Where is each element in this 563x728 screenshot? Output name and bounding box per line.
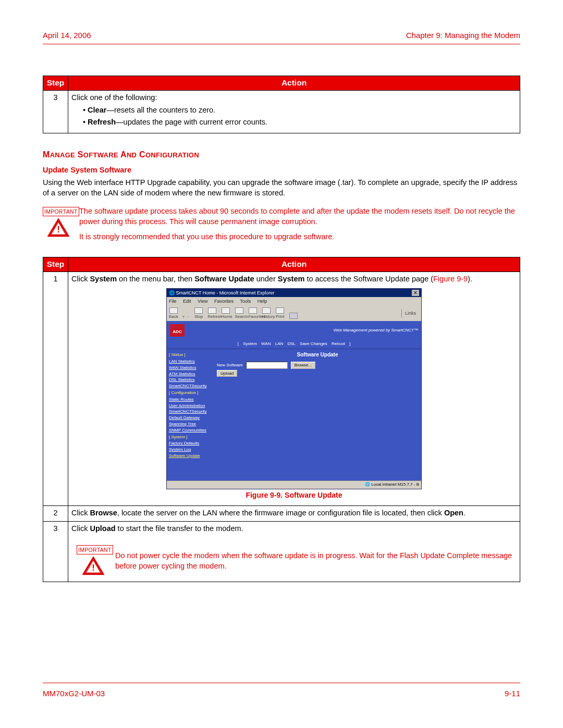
- step-action-cell: Click Upload to start the file transfer …: [68, 522, 520, 582]
- sidebar: [ Status ] LAN Statistics WAN Statistics…: [167, 349, 214, 480]
- step-number: 2: [43, 505, 68, 522]
- sidebar-item-wan-statistics[interactable]: WAN Statistics: [169, 365, 212, 371]
- favorites-button[interactable]: Favorites: [248, 307, 258, 320]
- important-note: IMPORTANT ! The software update process …: [43, 206, 520, 248]
- tool-icon[interactable]: [289, 313, 298, 319]
- sidebar-item-system-log[interactable]: System Log: [169, 447, 212, 453]
- window-title: 🌐 SmartCNCT Home - Microsoft Internet Ex…: [169, 290, 274, 296]
- status-bar: 🌐 Local intranet M15.7.7 - B: [167, 480, 421, 489]
- refresh-button[interactable]: Refresh: [207, 307, 217, 320]
- important-label: IMPORTANT: [77, 545, 113, 554]
- sidebar-item-dsl-statistics[interactable]: DSL Statistics: [169, 377, 212, 383]
- file-input[interactable]: [246, 362, 288, 369]
- menu-favorites[interactable]: Favorites: [214, 299, 234, 304]
- bold-term: System: [90, 275, 117, 283]
- bold-term: Refresh: [88, 118, 116, 126]
- back-button[interactable]: Back: [169, 307, 178, 320]
- menu-edit[interactable]: Edit: [183, 299, 191, 304]
- bracket: ]: [348, 341, 350, 346]
- bold-term: Clear: [88, 106, 106, 114]
- section-heading: MANAGE SOFTWARE AND CONFIGURATION: [43, 149, 520, 161]
- menu-view[interactable]: View: [198, 299, 207, 304]
- stop-button[interactable]: Stop: [194, 307, 203, 320]
- bullet-text: —updates the page with current error cou…: [116, 118, 267, 126]
- figure-caption: Figure 9-9. Software Update: [166, 490, 422, 500]
- sidebar-item-lan-statistics[interactable]: LAN Statistics: [169, 359, 212, 365]
- status-text: 🌐 Local intranet M15.7.7 - B: [365, 482, 419, 488]
- sidebar-item-atm-statistics[interactable]: ATM Statistics: [169, 372, 212, 377]
- panel-title: Software Update: [217, 351, 418, 359]
- sidebar-group-config: [ Configuration ]: [169, 390, 212, 396]
- sidebar-item-snmp[interactable]: SNMP Communities: [169, 428, 212, 434]
- page-footer: MM70xG2-UM-03 9-11: [43, 683, 520, 699]
- sidebar-group-status: [ Status ]: [169, 352, 212, 358]
- table-row: 2 Click Browse, locate the server on the…: [43, 505, 520, 522]
- nav-tabs: [ System WAN LAN DSL Save Changes Reboot…: [167, 340, 421, 349]
- upload-button[interactable]: Upload: [217, 370, 237, 377]
- search-button[interactable]: Search: [235, 307, 244, 320]
- step-table-2: Step Action 1 Click System on the menu b…: [43, 257, 520, 582]
- sidebar-item-static-routes[interactable]: Static Routes: [169, 397, 212, 403]
- tab-wan[interactable]: WAN: [261, 341, 271, 346]
- app-banner: ADC Web Management powered by SmartCNCT™: [167, 321, 421, 340]
- tab-dsl[interactable]: DSL: [288, 341, 296, 346]
- browse-button[interactable]: Browse...: [291, 362, 315, 369]
- figure-reference: Figure 9-9: [433, 275, 468, 283]
- adc-logo: ADC: [170, 324, 185, 337]
- section-paragraph: Using the Web interface HTTP Upgrade cap…: [43, 178, 520, 198]
- step-action-cell: Click System on the menu bar, then Softw…: [68, 272, 520, 505]
- table-row: 3 Click Upload to start the file transfe…: [43, 522, 520, 582]
- print-button[interactable]: Print: [275, 307, 285, 320]
- sidebar-item-security[interactable]: SmartCNCTSecurity: [169, 384, 212, 389]
- text: .: [463, 509, 466, 517]
- text: to start the file transfer to the modem.: [116, 524, 243, 533]
- bold-term: Browse: [90, 509, 117, 517]
- step-action-cell: Click one of the following: Clear—resets…: [68, 91, 520, 133]
- text: Click: [71, 524, 90, 533]
- tab-system[interactable]: System: [243, 341, 257, 346]
- step-number: 3: [43, 91, 68, 133]
- warning-icon: !: [82, 557, 104, 575]
- menu-file[interactable]: File: [169, 299, 177, 304]
- header-chapter: Chapter 9: Managing the Modem: [406, 30, 520, 41]
- menu-help[interactable]: Help: [258, 299, 267, 304]
- sidebar-item-spanning-tree[interactable]: Spanning Tree: [169, 422, 212, 427]
- sidebar-item-factory-defaults[interactable]: Factory Defaults: [169, 441, 212, 447]
- step-lead: Click one of the following:: [71, 93, 157, 102]
- tab-lan[interactable]: LAN: [275, 341, 284, 346]
- svg-text:!: !: [57, 225, 60, 235]
- sidebar-item-security-2[interactable]: SmartCNCTSecurity: [169, 409, 212, 415]
- menu-bar[interactable]: File Edit View Favorites Tools Help: [167, 297, 421, 305]
- important-text-2: It is strongly recommended that you use …: [79, 232, 520, 242]
- text: Click: [71, 275, 90, 283]
- new-software-label: New Software: [217, 363, 243, 368]
- close-icon[interactable]: ✕: [412, 290, 419, 296]
- footer-doc-id: MM70xG2-UM-03: [43, 688, 105, 699]
- text: , locate the server on the LAN where the…: [117, 509, 444, 517]
- history-button[interactable]: History: [262, 307, 271, 320]
- important-text-1: The software update process takes about …: [79, 206, 520, 227]
- text: Click: [71, 509, 90, 517]
- text: to access the Software Update page (: [304, 275, 433, 283]
- col-action: Action: [68, 257, 520, 272]
- window-titlebar: 🌐 SmartCNCT Home - Microsoft Internet Ex…: [167, 289, 421, 297]
- bold-term: Software Update: [194, 275, 254, 283]
- home-button[interactable]: Home: [221, 307, 230, 320]
- content-panel: Software Update New Software Browse... U…: [214, 349, 421, 480]
- sidebar-group-system: [ System ]: [169, 435, 212, 440]
- important-note-inline: IMPORTANT ! Do not power cycle the modem…: [77, 545, 517, 578]
- sidebar-item-software-update[interactable]: Software Update: [169, 453, 212, 459]
- links-label[interactable]: Links: [401, 309, 419, 317]
- header-date: April 14, 2006: [43, 30, 91, 41]
- sidebar-item-user-admin[interactable]: User Administration: [169, 403, 212, 409]
- list-item: Clear—resets all the counters to zero.: [83, 105, 517, 116]
- bracket: [: [238, 341, 240, 346]
- table-row: 3 Click one of the following: Clear—rese…: [43, 91, 520, 133]
- banner-tagline: Web Management powered by SmartCNCT™: [333, 328, 418, 334]
- tab-save-changes[interactable]: Save Changes: [300, 341, 327, 346]
- menu-tools[interactable]: Tools: [240, 299, 251, 304]
- step-number: 1: [43, 272, 68, 505]
- sidebar-item-default-gateway[interactable]: Default Gateway: [169, 415, 212, 421]
- text: ).: [468, 275, 472, 283]
- tab-reboot[interactable]: Reboot: [332, 341, 345, 346]
